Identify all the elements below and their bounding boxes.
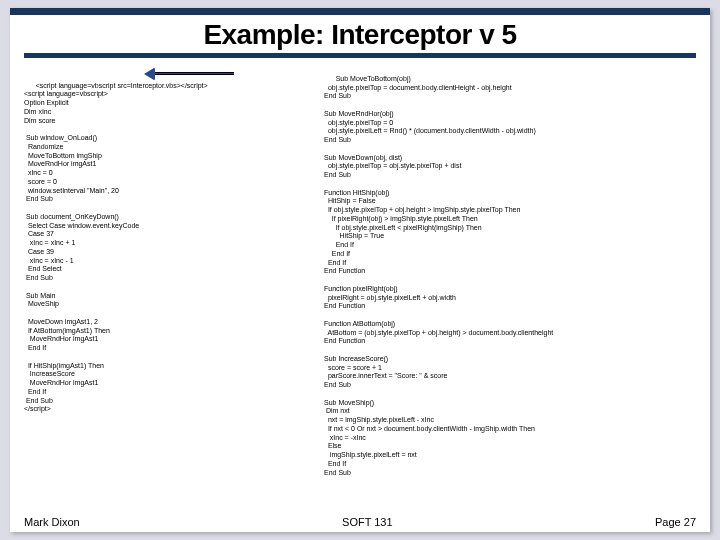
slide-content: <script language=vbscript src=Intercepto…: [10, 64, 710, 494]
footer-author: Mark Dixon: [24, 516, 80, 528]
slide-footer: Mark Dixon SOFT 131 Page 27: [24, 516, 696, 528]
title-underline: [24, 53, 696, 58]
arrow-annotation: [144, 68, 234, 78]
slide-top-accent: [10, 8, 710, 15]
slide: Example: Interceptor v 5 <script languag…: [10, 8, 710, 532]
footer-course: SOFT 131: [342, 516, 393, 528]
footer-page: Page 27: [655, 516, 696, 528]
code-left-text: <script language=vbscript src=Intercepto…: [24, 82, 208, 413]
code-right-text: Sub MoveToBottom(obj) obj.style.pixelTop…: [324, 75, 553, 476]
code-column-right: Sub MoveToBottom(obj) obj.style.pixelTop…: [324, 64, 694, 494]
slide-title: Example: Interceptor v 5: [10, 15, 710, 53]
code-column-left: <script language=vbscript src=Intercepto…: [24, 64, 324, 494]
